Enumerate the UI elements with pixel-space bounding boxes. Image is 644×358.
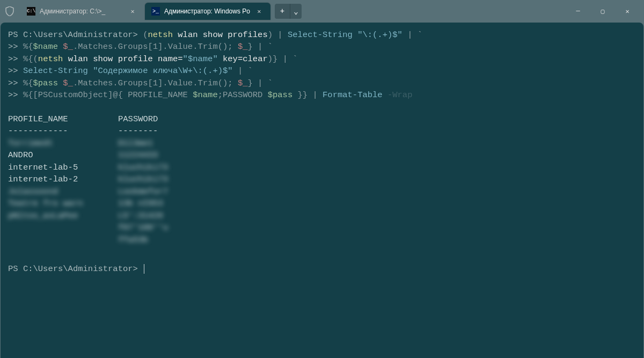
close-icon[interactable]: ✕ bbox=[128, 6, 137, 16]
profile-name-cell: Teatre fro warn bbox=[8, 198, 118, 209]
table-row: TorrimedtD1l3me1 bbox=[8, 137, 636, 149]
terminal-body[interactable]: PS C:\Users\Administrator> (netsh wlan s… bbox=[1, 23, 643, 358]
close-icon[interactable]: ✕ bbox=[254, 6, 264, 16]
output-table: PROFILE_NAME PASSWORD ------------ -----… bbox=[8, 113, 636, 246]
maximize-button[interactable]: ▢ bbox=[590, 0, 615, 23]
profile-name-cell: internet-lab-5 bbox=[8, 162, 118, 173]
table-divider: ------------ -------- bbox=[8, 125, 636, 137]
code-line: >> %{$name $_.Matches.Groups[1].Value.Tr… bbox=[8, 41, 636, 53]
table-row: f07'180''u bbox=[8, 222, 636, 233]
code-line: >> Select-String "Содержимое ключа\W+\:(… bbox=[8, 65, 636, 77]
password-cell: L5':31420 bbox=[118, 210, 163, 222]
code-line: >> %{(netsh wlan show profile name="$nam… bbox=[8, 53, 636, 65]
profile-name-cell: pNltos_asLaPee bbox=[8, 210, 118, 222]
tabs-container: C:\ Администратор: C:\>_ ✕ >_ Администра… bbox=[20, 0, 302, 23]
tab-powershell[interactable]: >_ Администратор: Windows Po ✕ bbox=[145, 3, 270, 20]
new-tab-button[interactable]: + bbox=[275, 4, 290, 19]
newtab-group: + ⌄ bbox=[275, 4, 302, 19]
password-cell: D1l3me1 bbox=[118, 137, 153, 149]
table-row: ffa53b bbox=[8, 234, 636, 246]
code-line: >> %{[PSCustomObject]@{ PROFILE_NAME $na… bbox=[8, 89, 636, 101]
code-line: >> %{$pass $_.Matches.Groups[1].Value.Tr… bbox=[8, 77, 636, 89]
profile-name-cell: Jolassoond bbox=[8, 186, 118, 198]
password-cell: kluchiki73 bbox=[118, 162, 168, 173]
tab-dropdown-button[interactable]: ⌄ bbox=[290, 4, 302, 19]
code-line: PS C:\Users\Administrator> (netsh wlan s… bbox=[8, 29, 636, 41]
password-cell: kluchiki73 bbox=[118, 173, 168, 185]
window-controls: — ▢ ✕ bbox=[566, 0, 640, 23]
table-header: PROFILE_NAME PASSWORD bbox=[8, 113, 636, 125]
cursor bbox=[144, 264, 144, 274]
table-row: ANDRO11224433 bbox=[8, 149, 636, 161]
cmd-icon: C:\ bbox=[27, 7, 35, 16]
shield-icon bbox=[4, 6, 15, 17]
profile-name-cell bbox=[8, 222, 118, 233]
password-cell: f07'180''u bbox=[118, 222, 168, 233]
password-cell: 11224433 bbox=[118, 149, 158, 161]
profile-name-cell: ANDRO bbox=[8, 149, 118, 161]
password-cell: 13b nI953 bbox=[118, 198, 163, 209]
titlebar: C:\ Администратор: C:\>_ ✕ >_ Администра… bbox=[0, 0, 644, 23]
table-row: internet-lab-5kluchiki73 bbox=[8, 162, 636, 173]
powershell-icon: >_ bbox=[151, 7, 160, 16]
password-cell: Lookmefor7 bbox=[118, 186, 168, 198]
close-button[interactable]: ✕ bbox=[615, 0, 640, 23]
table-row: internet-lab-2kluchiki73 bbox=[8, 173, 636, 185]
tab-cmd[interactable]: C:\ Администратор: C:\>_ ✕ bbox=[20, 3, 144, 20]
profile-name-cell bbox=[8, 234, 118, 246]
table-row: JolassoondLookmefor7 bbox=[8, 186, 636, 198]
prompt-line: PS C:\Users\Administrator> bbox=[8, 263, 636, 275]
profile-name-cell: internet-lab-2 bbox=[8, 173, 118, 185]
tab-label: Администратор: C:\>_ bbox=[40, 8, 123, 15]
table-row: Teatre fro warn13b nI953 bbox=[8, 198, 636, 209]
password-cell: ffa53b bbox=[118, 234, 148, 246]
profile-name-cell: Torrimedt bbox=[8, 137, 118, 149]
tab-label: Администратор: Windows Po bbox=[164, 8, 250, 15]
minimize-button[interactable]: — bbox=[566, 0, 590, 23]
table-row: pNltos_asLaPeeL5':31420 bbox=[8, 210, 636, 222]
